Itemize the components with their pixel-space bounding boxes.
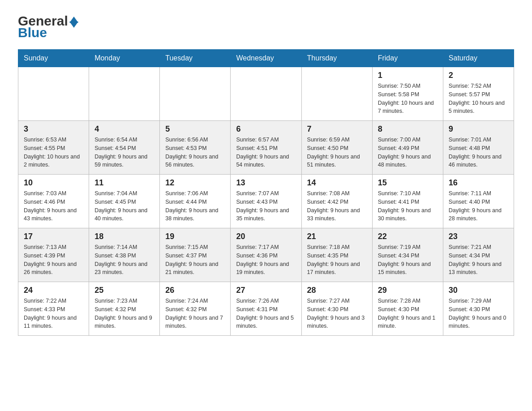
day-info: Sunrise: 6:53 AM Sunset: 4:55 PM Dayligh… — [24, 136, 83, 169]
calendar-cell — [89, 67, 160, 121]
day-of-week-header: Tuesday — [160, 50, 231, 67]
calendar-header-row: SundayMondayTuesdayWednesdayThursdayFrid… — [18, 50, 514, 67]
day-info: Sunrise: 7:26 AM Sunset: 4:31 PM Dayligh… — [236, 297, 296, 330]
day-number: 11 — [94, 178, 154, 188]
calendar-cell: 30Sunrise: 7:29 AM Sunset: 4:30 PM Dayli… — [443, 282, 514, 336]
day-number: 17 — [24, 232, 83, 241]
day-number: 7 — [307, 124, 367, 134]
day-number: 30 — [449, 286, 508, 295]
day-number: 5 — [165, 124, 225, 134]
page-header: General Blue — [18, 13, 514, 40]
day-number: 29 — [378, 286, 438, 295]
calendar-cell — [160, 67, 231, 121]
day-of-week-header: Wednesday — [231, 50, 301, 67]
day-number: 2 — [449, 71, 508, 80]
day-info: Sunrise: 6:54 AM Sunset: 4:54 PM Dayligh… — [94, 136, 154, 169]
calendar-table: SundayMondayTuesdayWednesdayThursdayFrid… — [18, 49, 514, 336]
day-info: Sunrise: 7:28 AM Sunset: 4:30 PM Dayligh… — [378, 297, 438, 330]
day-number: 3 — [24, 124, 83, 134]
day-number: 4 — [94, 124, 154, 134]
day-info: Sunrise: 7:52 AM Sunset: 5:57 PM Dayligh… — [449, 82, 508, 116]
calendar-cell: 20Sunrise: 7:17 AM Sunset: 4:36 PM Dayli… — [231, 228, 301, 282]
day-of-week-header: Saturday — [443, 50, 514, 67]
day-of-week-header: Friday — [372, 50, 443, 67]
day-number: 8 — [378, 124, 438, 134]
day-number: 21 — [307, 232, 367, 241]
day-of-week-header: Thursday — [301, 50, 372, 67]
calendar-cell: 6Sunrise: 6:57 AM Sunset: 4:51 PM Daylig… — [231, 121, 301, 175]
calendar-cell — [18, 67, 89, 121]
calendar-cell: 14Sunrise: 7:08 AM Sunset: 4:42 PM Dayli… — [301, 175, 372, 228]
calendar-cell: 23Sunrise: 7:21 AM Sunset: 4:34 PM Dayli… — [443, 228, 514, 282]
day-number: 18 — [94, 232, 154, 241]
calendar-cell: 19Sunrise: 7:15 AM Sunset: 4:37 PM Dayli… — [160, 228, 231, 282]
day-info: Sunrise: 7:06 AM Sunset: 4:44 PM Dayligh… — [165, 189, 225, 223]
day-number: 1 — [378, 71, 438, 80]
calendar-cell: 18Sunrise: 7:14 AM Sunset: 4:38 PM Dayli… — [89, 228, 160, 282]
day-info: Sunrise: 7:19 AM Sunset: 4:34 PM Dayligh… — [378, 243, 438, 277]
day-of-week-header: Sunday — [18, 50, 89, 67]
day-info: Sunrise: 7:07 AM Sunset: 4:43 PM Dayligh… — [236, 189, 296, 223]
day-info: Sunrise: 7:13 AM Sunset: 4:39 PM Dayligh… — [24, 243, 83, 277]
day-info: Sunrise: 7:18 AM Sunset: 4:35 PM Dayligh… — [307, 243, 367, 277]
day-info: Sunrise: 7:08 AM Sunset: 4:42 PM Dayligh… — [307, 189, 367, 223]
day-number: 14 — [307, 178, 367, 188]
calendar-cell: 3Sunrise: 6:53 AM Sunset: 4:55 PM Daylig… — [18, 121, 89, 175]
day-number: 16 — [449, 178, 508, 188]
calendar-cell: 13Sunrise: 7:07 AM Sunset: 4:43 PM Dayli… — [231, 175, 301, 228]
day-number: 10 — [24, 178, 83, 188]
logo-blue-text: Blue — [18, 25, 47, 40]
calendar-week-row: 3Sunrise: 6:53 AM Sunset: 4:55 PM Daylig… — [18, 121, 514, 175]
calendar-week-row: 10Sunrise: 7:03 AM Sunset: 4:46 PM Dayli… — [18, 175, 514, 228]
calendar-week-row: 24Sunrise: 7:22 AM Sunset: 4:33 PM Dayli… — [18, 282, 514, 336]
calendar-cell: 7Sunrise: 6:59 AM Sunset: 4:50 PM Daylig… — [301, 121, 372, 175]
calendar-cell: 25Sunrise: 7:23 AM Sunset: 4:32 PM Dayli… — [89, 282, 160, 336]
day-info: Sunrise: 6:56 AM Sunset: 4:53 PM Dayligh… — [165, 136, 225, 169]
calendar-cell: 22Sunrise: 7:19 AM Sunset: 4:34 PM Dayli… — [372, 228, 443, 282]
day-info: Sunrise: 7:04 AM Sunset: 4:45 PM Dayligh… — [94, 189, 154, 223]
calendar-cell: 2Sunrise: 7:52 AM Sunset: 5:57 PM Daylig… — [443, 67, 514, 121]
calendar-cell: 16Sunrise: 7:11 AM Sunset: 4:40 PM Dayli… — [443, 175, 514, 228]
day-info: Sunrise: 7:23 AM Sunset: 4:32 PM Dayligh… — [94, 297, 154, 330]
day-info: Sunrise: 7:50 AM Sunset: 5:58 PM Dayligh… — [378, 82, 438, 116]
day-info: Sunrise: 7:01 AM Sunset: 4:48 PM Dayligh… — [449, 136, 508, 169]
calendar-cell: 15Sunrise: 7:10 AM Sunset: 4:41 PM Dayli… — [372, 175, 443, 228]
day-info: Sunrise: 7:00 AM Sunset: 4:49 PM Dayligh… — [378, 136, 438, 169]
day-number: 26 — [165, 286, 225, 295]
day-info: Sunrise: 7:17 AM Sunset: 4:36 PM Dayligh… — [236, 243, 296, 277]
calendar-cell: 11Sunrise: 7:04 AM Sunset: 4:45 PM Dayli… — [89, 175, 160, 228]
day-info: Sunrise: 7:22 AM Sunset: 4:33 PM Dayligh… — [24, 297, 83, 330]
day-info: Sunrise: 7:15 AM Sunset: 4:37 PM Dayligh… — [165, 243, 225, 277]
calendar-cell — [301, 67, 372, 121]
day-info: Sunrise: 7:11 AM Sunset: 4:40 PM Dayligh… — [449, 189, 508, 223]
logo: General Blue — [18, 13, 78, 40]
day-info: Sunrise: 6:57 AM Sunset: 4:51 PM Dayligh… — [236, 136, 296, 169]
day-number: 15 — [378, 178, 438, 188]
calendar-cell: 26Sunrise: 7:24 AM Sunset: 4:32 PM Dayli… — [160, 282, 231, 336]
calendar-cell: 8Sunrise: 7:00 AM Sunset: 4:49 PM Daylig… — [372, 121, 443, 175]
day-info: Sunrise: 7:10 AM Sunset: 4:41 PM Dayligh… — [378, 189, 438, 223]
day-number: 19 — [165, 232, 225, 241]
day-number: 27 — [236, 286, 296, 295]
calendar-cell: 17Sunrise: 7:13 AM Sunset: 4:39 PM Dayli… — [18, 228, 89, 282]
calendar-cell — [231, 67, 301, 121]
day-info: Sunrise: 7:14 AM Sunset: 4:38 PM Dayligh… — [94, 243, 154, 277]
day-number: 25 — [94, 286, 154, 295]
calendar-cell: 10Sunrise: 7:03 AM Sunset: 4:46 PM Dayli… — [18, 175, 89, 228]
calendar-cell: 24Sunrise: 7:22 AM Sunset: 4:33 PM Dayli… — [18, 282, 89, 336]
day-number: 6 — [236, 124, 296, 134]
day-number: 13 — [236, 178, 296, 188]
day-number: 22 — [378, 232, 438, 241]
calendar-cell: 5Sunrise: 6:56 AM Sunset: 4:53 PM Daylig… — [160, 121, 231, 175]
calendar-week-row: 1Sunrise: 7:50 AM Sunset: 5:58 PM Daylig… — [18, 67, 514, 121]
day-number: 12 — [165, 178, 225, 188]
calendar-cell: 28Sunrise: 7:27 AM Sunset: 4:30 PM Dayli… — [301, 282, 372, 336]
day-number: 28 — [307, 286, 367, 295]
day-number: 24 — [24, 286, 83, 295]
day-number: 9 — [449, 124, 508, 134]
calendar-cell: 9Sunrise: 7:01 AM Sunset: 4:48 PM Daylig… — [443, 121, 514, 175]
calendar-cell: 4Sunrise: 6:54 AM Sunset: 4:54 PM Daylig… — [89, 121, 160, 175]
calendar-cell: 27Sunrise: 7:26 AM Sunset: 4:31 PM Dayli… — [231, 282, 301, 336]
day-info: Sunrise: 7:21 AM Sunset: 4:34 PM Dayligh… — [449, 243, 508, 277]
day-info: Sunrise: 6:59 AM Sunset: 4:50 PM Dayligh… — [307, 136, 367, 169]
